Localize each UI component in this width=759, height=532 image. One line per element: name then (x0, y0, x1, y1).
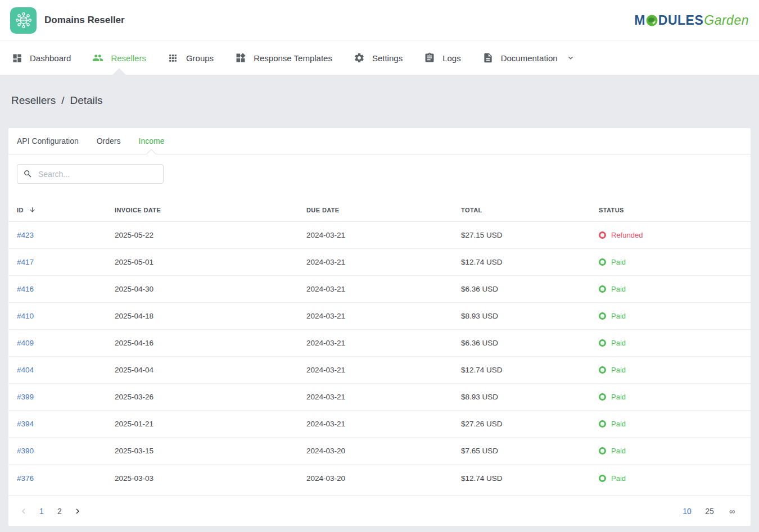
invoice-id-link[interactable]: #376 (17, 474, 34, 483)
tab-api-configuration[interactable]: API Configuration (17, 128, 79, 154)
invoice-id-cell: #404 (17, 366, 115, 374)
app-logo: www (10, 7, 37, 34)
page-size-all[interactable]: ∞ (726, 504, 738, 518)
search-area (8, 154, 751, 184)
settings-icon (354, 52, 365, 63)
table-body: #423 2025-05-22 2024-03-21 $27.15 USD Re… (8, 222, 751, 492)
nav-item-settings[interactable]: Settings (351, 41, 405, 75)
invoice-id-cell: #376 (17, 474, 115, 483)
logs-icon (424, 52, 435, 63)
prev-page-button[interactable] (19, 504, 29, 518)
table-row: #404 2025-04-04 2024-03-21 $12.74 USD Pa… (8, 357, 751, 384)
page-number-2[interactable]: 2 (55, 504, 65, 518)
status-ring-icon (599, 258, 606, 266)
status-ring-icon (599, 420, 606, 428)
nav-item-response-templates[interactable]: Response Templates (233, 41, 335, 75)
dashboard-icon (11, 52, 22, 63)
invoice-date-cell: 2025-04-30 (115, 285, 306, 293)
total-cell: $12.74 USD (461, 366, 599, 374)
invoice-id-link[interactable]: #416 (17, 285, 34, 293)
pagination-bar: 1 2 10 25 ∞ (8, 495, 751, 526)
total-cell: $8.93 USD (461, 312, 599, 320)
invoice-id-link[interactable]: #410 (17, 312, 34, 320)
invoice-id-link[interactable]: #417 (17, 258, 34, 266)
next-page-button[interactable] (73, 504, 83, 518)
status-label: Paid (611, 258, 626, 266)
total-cell: $6.36 USD (461, 285, 599, 293)
invoice-date-cell: 2025-05-01 (115, 258, 306, 266)
status-ring-icon (599, 312, 606, 320)
documentation-icon (482, 52, 494, 63)
status-label: Paid (611, 420, 626, 428)
invoice-id-link[interactable]: #423 (17, 231, 34, 239)
pagination-pages: 1 2 (19, 504, 83, 518)
chevron-down-icon (566, 53, 575, 62)
search-box (17, 164, 164, 184)
column-header-invoice-date[interactable]: INVOICE DATE (115, 207, 306, 213)
invoice-id-cell: #417 (17, 258, 115, 266)
page-title: Domains Reseller (44, 15, 125, 26)
search-icon (23, 169, 33, 179)
page-size-10[interactable]: 10 (681, 504, 693, 518)
nav-item-resellers[interactable]: Resellers (90, 41, 148, 75)
breadcrumb-current: Details (70, 94, 102, 107)
table-row: #394 2025-01-21 2024-03-21 $27.26 USD Pa… (8, 411, 751, 438)
nav-item-logs[interactable]: Logs (422, 41, 463, 75)
table-row: #390 2025-03-15 2024-03-20 $7.65 USD Pai… (8, 438, 751, 465)
nav-item-documentation[interactable]: Documentation (480, 41, 577, 75)
nav-label: Groups (186, 53, 214, 63)
invoice-date-cell: 2025-04-16 (115, 339, 306, 347)
nav-item-dashboard[interactable]: Dashboard (9, 41, 73, 75)
groups-icon (168, 52, 179, 63)
nav-label: Settings (372, 53, 403, 63)
page-size-25[interactable]: 25 (703, 504, 716, 518)
invoice-id-link[interactable]: #394 (17, 420, 34, 428)
due-date-cell: 2024-03-21 (306, 339, 461, 347)
invoice-id-cell: #394 (17, 420, 115, 428)
tab-orders[interactable]: Orders (97, 128, 121, 154)
table-row: #376 2025-03-03 2024-03-20 $12.74 USD Pa… (8, 465, 751, 492)
status-ring-icon (599, 475, 606, 482)
tab-label: Income (139, 137, 165, 145)
status-badge: Paid (599, 312, 751, 320)
breadcrumb: Resellers / Details (0, 75, 759, 107)
invoice-id-cell: #416 (17, 285, 115, 293)
breadcrumb-resellers[interactable]: Resellers (11, 94, 56, 107)
column-header-status[interactable]: STATUS (599, 207, 751, 213)
status-badge: Refunded (599, 231, 751, 239)
invoice-id-link[interactable]: #409 (17, 339, 34, 347)
status-badge: Paid (599, 366, 751, 374)
resellers-icon (92, 52, 103, 63)
brand-globe-icon (646, 15, 658, 26)
status-badge: Paid (599, 474, 751, 483)
status-label: Paid (611, 474, 626, 483)
column-header-total[interactable]: TOTAL (461, 207, 599, 213)
tab-label: Orders (97, 137, 121, 145)
table-row: #416 2025-04-30 2024-03-21 $6.36 USD Pai… (8, 276, 751, 303)
total-cell: $27.26 USD (461, 420, 599, 428)
due-date-cell: 2024-03-21 (306, 312, 461, 320)
due-date-cell: 2024-03-21 (306, 393, 461, 401)
nav-label: Resellers (111, 53, 146, 63)
due-date-cell: 2024-03-21 (306, 231, 461, 239)
table-row: #410 2025-04-18 2024-03-21 $8.93 USD Pai… (8, 303, 751, 330)
page-number-1[interactable]: 1 (37, 504, 47, 518)
invoice-id-cell: #399 (17, 393, 115, 401)
tab-income[interactable]: Income (139, 128, 165, 154)
table-row: #423 2025-05-22 2024-03-21 $27.15 USD Re… (8, 222, 751, 249)
invoice-id-link[interactable]: #404 (17, 366, 34, 374)
page-size-selector: 10 25 ∞ (681, 504, 738, 518)
total-cell: $27.15 USD (461, 231, 599, 239)
search-input[interactable] (38, 170, 157, 179)
total-cell: $6.36 USD (461, 339, 599, 347)
nav-label: Response Templates (254, 53, 332, 63)
column-header-due-date[interactable]: DUE DATE (306, 207, 461, 213)
column-header-id[interactable]: ID (17, 206, 115, 213)
invoice-id-cell: #409 (17, 339, 115, 347)
nav-item-groups[interactable]: Groups (165, 41, 216, 75)
invoice-id-link[interactable]: #390 (17, 447, 34, 455)
tab-label: API Configuration (17, 137, 79, 145)
sort-desc-icon (29, 206, 36, 213)
invoice-id-link[interactable]: #399 (17, 393, 34, 401)
invoice-date-cell: 2025-03-03 (115, 474, 306, 483)
